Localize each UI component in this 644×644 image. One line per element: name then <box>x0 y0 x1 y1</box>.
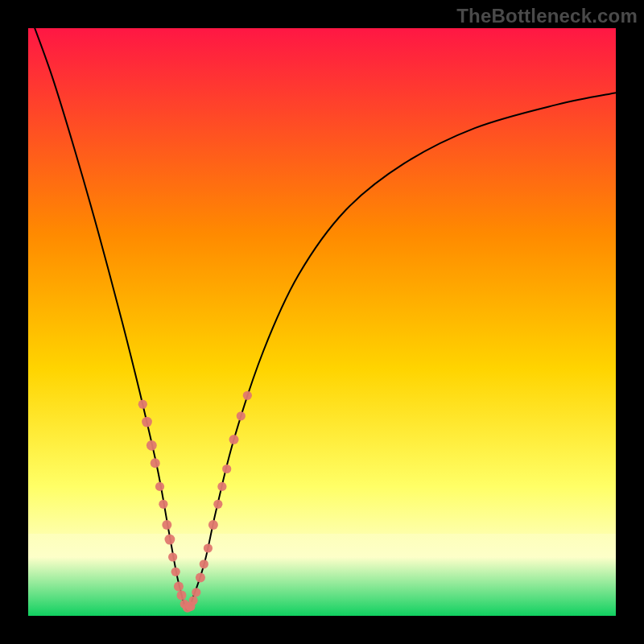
data-marker <box>208 520 218 530</box>
data-marker <box>243 391 252 400</box>
data-marker <box>162 520 171 530</box>
plot-area <box>28 28 616 616</box>
data-marker <box>147 440 157 451</box>
data-marker <box>200 559 208 568</box>
data-marker <box>151 458 160 468</box>
data-marker <box>217 482 226 491</box>
data-marker <box>204 543 213 552</box>
data-marker <box>229 435 239 444</box>
data-marker <box>171 568 180 576</box>
chart-frame: TheBottleneck.com <box>0 0 644 644</box>
data-marker <box>237 411 246 420</box>
data-marker <box>213 500 222 509</box>
plot-background <box>28 28 616 616</box>
data-marker <box>174 582 184 592</box>
data-marker <box>222 464 231 473</box>
data-marker <box>196 573 205 583</box>
data-marker <box>159 500 167 509</box>
data-marker <box>155 482 164 491</box>
data-marker <box>168 552 177 561</box>
data-marker <box>138 400 147 409</box>
watermark-text: TheBottleneck.com <box>456 5 638 27</box>
chart-svg <box>28 28 616 616</box>
data-marker <box>165 535 175 545</box>
data-marker <box>142 417 152 427</box>
data-marker <box>192 588 200 597</box>
highlight-band <box>28 534 616 555</box>
data-marker <box>189 596 198 605</box>
data-marker <box>177 591 187 601</box>
